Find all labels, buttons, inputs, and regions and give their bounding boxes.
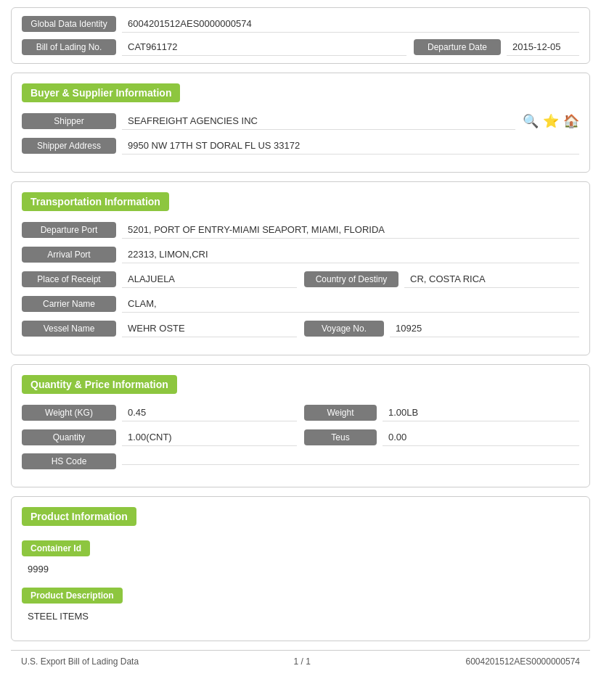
country-of-destiny-group: Country of Destiny CR, COSTA RICA <box>304 271 579 288</box>
shipper-address-label: Shipper Address <box>22 138 116 154</box>
global-data-identity-label: Global Data Identity <box>22 16 116 32</box>
container-id-block: Container Id 9999 <box>22 536 579 577</box>
shipper-value: SEAFREIGHT AGENCIES INC <box>122 112 515 130</box>
quantity-value: 1.00(CNT) <box>122 429 297 446</box>
carrier-name-label: Carrier Name <box>22 296 116 312</box>
hs-code-row: HS Code <box>22 453 579 469</box>
departure-port-value: 5201, PORT OF ENTRY-MIAMI SEAPORT, MIAMI… <box>122 221 579 239</box>
container-id-value: 9999 <box>22 561 579 577</box>
departure-port-row: Departure Port 5201, PORT OF ENTRY-MIAMI… <box>22 221 579 239</box>
place-of-receipt-label: Place of Receipt <box>22 271 116 287</box>
container-id-label: Container Id <box>22 540 90 556</box>
voyage-no-label: Voyage No. <box>304 321 384 337</box>
footer: U.S. Export Bill of Lading Data 1 / 1 60… <box>11 650 590 672</box>
departure-port-label: Departure Port <box>22 222 116 238</box>
arrival-port-row: Arrival Port 22313, LIMON,CRI <box>22 246 579 263</box>
departure-date-value: 2015-12-05 <box>507 38 579 56</box>
product-title: Product Information <box>22 507 136 526</box>
weight-label: Weight <box>304 405 377 421</box>
vessel-name-label: Vessel Name <box>22 321 116 337</box>
home-icon[interactable]: 🏠 <box>563 113 579 129</box>
transportation-section: Transportation Information Departure Por… <box>11 181 590 355</box>
country-of-destiny-label: Country of Destiny <box>304 271 398 287</box>
page-wrapper: Global Data Identity 6004201512AES000000… <box>0 0 601 680</box>
quantity-label: Quantity <box>22 429 116 445</box>
quantity-teus-row: Quantity 1.00(CNT) Teus 0.00 <box>22 429 579 446</box>
quantity-price-title: Quantity & Price Information <box>22 375 177 394</box>
weight-kg-label: Weight (KG) <box>22 405 116 421</box>
bol-label: Bill of Lading No. <box>22 39 116 55</box>
buyer-supplier-section: Buyer & Supplier Information Shipper SEA… <box>11 73 590 173</box>
arrival-port-value: 22313, LIMON,CRI <box>122 246 579 263</box>
footer-center: 1 / 1 <box>294 656 311 667</box>
search-icon[interactable]: 🔍 <box>523 113 539 129</box>
shipper-address-value: 9950 NW 17TH ST DORAL FL US 33172 <box>122 137 579 155</box>
shipper-row: Shipper SEAFREIGHT AGENCIES INC 🔍 ⭐ 🏠 <box>22 112 579 130</box>
place-of-receipt-group: Place of Receipt ALAJUELA <box>22 271 297 288</box>
bol-right: Departure Date 2015-12-05 <box>414 38 579 56</box>
arrival-port-label: Arrival Port <box>22 247 116 263</box>
quantity-price-section: Quantity & Price Information Weight (KG)… <box>11 364 590 487</box>
voyage-no-group: Voyage No. 10925 <box>304 320 579 337</box>
weight-row: Weight (KG) 0.45 Weight 1.00LB <box>22 404 579 421</box>
quantity-group: Quantity 1.00(CNT) <box>22 429 297 446</box>
voyage-no-value: 10925 <box>390 320 579 337</box>
place-of-receipt-value: ALAJUELA <box>122 271 297 288</box>
footer-left: U.S. Export Bill of Lading Data <box>21 656 139 667</box>
product-description-value: STEEL ITEMS <box>22 608 579 625</box>
departure-date-label: Departure Date <box>414 39 501 55</box>
carrier-name-row: Carrier Name CLAM, <box>22 295 579 313</box>
weight-kg-group: Weight (KG) 0.45 <box>22 404 297 421</box>
buyer-supplier-title: Buyer & Supplier Information <box>22 83 180 102</box>
transportation-title: Transportation Information <box>22 192 169 211</box>
product-description-block: Product Description STEEL ITEMS <box>22 583 579 625</box>
hs-code-label: HS Code <box>22 453 116 469</box>
country-of-destiny-value: CR, COSTA RICA <box>404 271 579 288</box>
weight-group: Weight 1.00LB <box>304 404 579 421</box>
global-data-identity-value: 6004201512AES0000000574 <box>122 15 579 33</box>
carrier-name-value: CLAM, <box>122 295 579 313</box>
bol-left: Bill of Lading No. CAT961172 <box>22 38 406 56</box>
weight-kg-value: 0.45 <box>122 404 297 421</box>
star-icon[interactable]: ⭐ <box>543 113 559 129</box>
global-data-identity-row: Global Data Identity 6004201512AES000000… <box>22 15 579 33</box>
receipt-destiny-row: Place of Receipt ALAJUELA Country of Des… <box>22 271 579 288</box>
bol-row: Bill of Lading No. CAT961172 Departure D… <box>22 38 579 56</box>
footer-right: 6004201512AES0000000574 <box>465 656 580 667</box>
vessel-name-value: WEHR OSTE <box>122 320 297 337</box>
bol-value: CAT961172 <box>122 38 406 56</box>
shipper-address-row: Shipper Address 9950 NW 17TH ST DORAL FL… <box>22 137 579 155</box>
shipper-icons: 🔍 ⭐ 🏠 <box>523 113 579 129</box>
teus-group: Teus 0.00 <box>304 429 579 446</box>
teus-label: Teus <box>304 429 377 445</box>
vessel-voyage-row: Vessel Name WEHR OSTE Voyage No. 10925 <box>22 320 579 337</box>
top-card: Global Data Identity 6004201512AES000000… <box>11 7 590 64</box>
product-description-label: Product Description <box>22 588 123 604</box>
teus-value: 0.00 <box>383 429 579 446</box>
hs-code-value <box>122 458 579 465</box>
vessel-name-group: Vessel Name WEHR OSTE <box>22 320 297 337</box>
product-section: Product Information Container Id 9999 Pr… <box>11 496 590 641</box>
shipper-label: Shipper <box>22 113 116 129</box>
weight-value: 1.00LB <box>383 404 579 421</box>
